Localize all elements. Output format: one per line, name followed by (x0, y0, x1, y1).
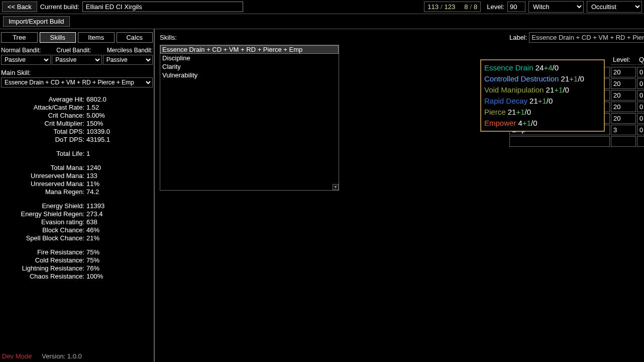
label-prefix: Label: (509, 34, 527, 41)
stat-value: 150% (86, 120, 103, 128)
stat-row: Fire Resistance:75% (1, 248, 153, 256)
points-used: 113 (427, 3, 439, 11)
top-bar: << Back Current build: 113 / 123 8 / 8 L… (0, 0, 644, 14)
stat-row: Average Hit:6802.0 (1, 96, 153, 104)
gem-level-input[interactable] (611, 113, 636, 124)
tab-items[interactable]: Items (78, 32, 115, 43)
stat-value: 1240 (86, 164, 101, 172)
gem-quality-input[interactable] (637, 102, 644, 112)
class-dropdown[interactable]: Witch (528, 1, 584, 13)
stat-row: Mana Regen:74.2 (1, 188, 153, 196)
stat-value: 75% (86, 248, 99, 256)
gem-level-header: Level: (611, 55, 636, 65)
gem-quality-input[interactable] (637, 113, 644, 124)
stat-key: Fire Resistance: (1, 248, 86, 256)
build-name-input[interactable] (82, 2, 243, 12)
skills-list-item[interactable]: Clarity (160, 62, 339, 71)
stat-key: Total Life: (1, 150, 86, 158)
stat-row: Crit Chance:5.00% (1, 112, 153, 120)
gem-level-input[interactable] (611, 136, 636, 147)
gem-quality-input[interactable] (637, 90, 644, 101)
stat-row: Total DPS:10339.0 (1, 128, 153, 136)
stat-key: Attack/Cast Rate: (1, 104, 86, 112)
stat-row: DoT DPS:43195.1 (1, 136, 153, 144)
gem-level-input[interactable] (611, 90, 636, 101)
stat-value: 21% (86, 234, 99, 242)
skills-list[interactable]: Essence Drain + CD + VM + RD + Pierce + … (160, 45, 339, 191)
gem-level-input[interactable] (611, 102, 636, 112)
gem-name-input[interactable] (509, 136, 610, 147)
version-label: Version: 1.0.0 (42, 352, 82, 360)
stat-row: Lightning Resistance:76% (1, 264, 153, 273)
stat-value: 273.4 (86, 210, 103, 218)
stat-value: 133 (86, 172, 97, 180)
merciless-bandit-label: Merciless Bandit: (107, 47, 153, 54)
stat-row: Spell Block Chance:21% (1, 234, 153, 242)
tab-skills[interactable]: Skills (40, 32, 76, 43)
normal-bandit-select[interactable]: Passive (1, 55, 51, 65)
gem-level-input[interactable] (611, 67, 636, 77)
stat-key: Total Mana: (1, 164, 86, 172)
cruel-bandit-select[interactable]: Passive (52, 55, 101, 65)
stat-row: Block Chance:46% (1, 226, 153, 234)
skills-list-item[interactable]: Discipline (160, 54, 339, 62)
asc-used: 8 (464, 3, 468, 11)
left-panel: Tree Skills Items Calcs Normal Bandit: C… (0, 29, 155, 362)
back-button[interactable]: << Back (2, 2, 37, 12)
stat-value: 43195.1 (86, 136, 110, 144)
gem-level-input[interactable] (611, 125, 636, 135)
merciless-bandit-select[interactable]: Passive (103, 55, 153, 65)
stat-key: Evasion rating: (1, 218, 86, 226)
stat-value: 11393 (86, 202, 104, 210)
level-input[interactable] (507, 2, 525, 12)
stat-key: Lightning Resistance: (1, 264, 86, 273)
gem-level-input[interactable] (611, 78, 636, 89)
stat-key: Chaos Resistance: (1, 273, 86, 281)
stat-value: 1.52 (86, 104, 99, 112)
stat-value: 1 (86, 150, 90, 158)
normal-bandit-label: Normal Bandit: (1, 47, 41, 54)
tooltip-row: Empower 4+1/0 (484, 118, 601, 129)
import-export-button[interactable]: Import/Export Build (3, 16, 70, 27)
stat-row: Total Mana:1240 (1, 164, 153, 172)
gem-quality-input[interactable] (637, 136, 644, 147)
gem-quality-input[interactable] (637, 125, 644, 135)
points-total: 123 (445, 3, 456, 11)
stats: Average Hit:6802.0Attack/Cast Rate:1.52C… (1, 96, 153, 281)
stat-key: Unreserved Mana: (1, 180, 86, 188)
main-skill-select[interactable]: Essence Drain + CD + VM + RD + Pierce + … (1, 77, 153, 87)
tab-tree[interactable]: Tree (1, 32, 38, 43)
skills-label: Skills: (160, 34, 177, 41)
stat-row: Attack/Cast Rate:1.52 (1, 104, 153, 112)
tooltip-row: Essence Drain 24+4/0 (484, 62, 601, 73)
tab-calcs[interactable]: Calcs (117, 32, 153, 43)
gem-quality-input[interactable] (637, 78, 644, 89)
stat-row: Energy Shield:11393 (1, 202, 153, 210)
stat-value: 10339.0 (86, 128, 110, 136)
stat-value: 74.2 (86, 188, 99, 196)
stat-row: Energy Shield Regen:273.4 (1, 210, 153, 218)
stat-key: DoT DPS: (1, 136, 86, 144)
stat-key: Crit Multiplier: (1, 120, 86, 128)
stat-value: 46% (86, 226, 99, 234)
skills-list-item[interactable]: Essence Drain + CD + VM + RD + Pierce + … (160, 45, 339, 54)
stat-value: 100% (86, 273, 103, 281)
stat-value: 5.00% (86, 112, 105, 120)
stat-key: Cold Resistance: (1, 256, 86, 264)
dev-mode-label: Dev Mode (2, 352, 32, 360)
stat-key: Total DPS: (1, 128, 86, 136)
stat-row: Crit Multiplier:150% (1, 120, 153, 128)
gem-quality-input[interactable] (637, 67, 644, 77)
stat-value: 638 (86, 218, 97, 226)
skill-tooltip: Essence Drain 24+4/0Controlled Destructi… (480, 59, 605, 132)
scroll-down-icon[interactable]: ▼ (333, 184, 339, 190)
cruel-bandit-label: Cruel Bandit: (56, 47, 91, 54)
stat-key: Energy Shield: (1, 202, 86, 210)
skill-label-input[interactable] (529, 32, 644, 43)
ascendancy-dropdown[interactable]: Occultist (587, 1, 642, 13)
main-skill-label: Main Skill: (1, 69, 153, 76)
stat-key: Unreserved Mana: (1, 172, 86, 180)
stat-row: Unreserved Mana:133 (1, 172, 153, 180)
skills-list-item[interactable]: Vulnerability (160, 71, 339, 79)
stat-row: Evasion rating:638 (1, 218, 153, 226)
